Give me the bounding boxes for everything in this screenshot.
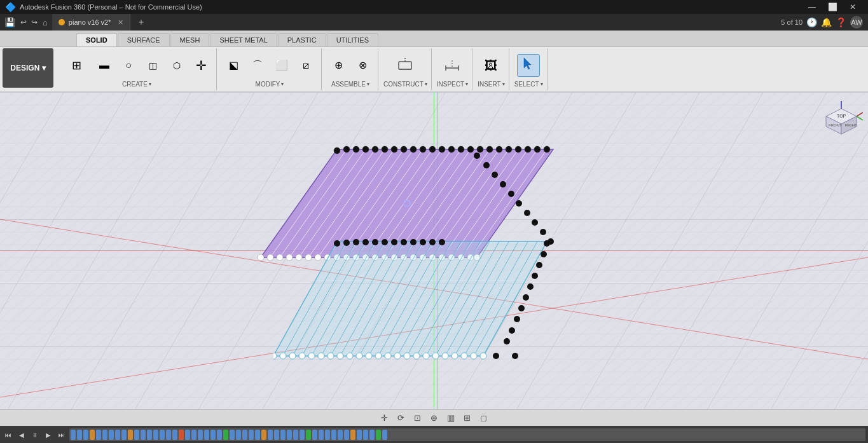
timeline-item[interactable] xyxy=(223,430,228,440)
timeline-item[interactable] xyxy=(191,430,196,440)
timeline-item[interactable] xyxy=(179,430,184,440)
modify-label[interactable]: MODIFY ▾ xyxy=(256,81,284,89)
tab-sheet-metal[interactable]: SHEET METAL xyxy=(210,33,277,46)
timeline-prev-button[interactable]: ◀ xyxy=(16,429,27,440)
timeline-item[interactable] xyxy=(319,430,324,440)
fillet-button[interactable]: ⌒ xyxy=(246,54,269,77)
timeline-item[interactable] xyxy=(102,430,107,440)
timeline-item[interactable] xyxy=(255,430,260,440)
notification-icon[interactable]: 🔔 xyxy=(821,17,832,27)
timeline-next-button[interactable]: ▶ xyxy=(43,429,54,440)
timeline-play-button[interactable]: ⏸ xyxy=(29,429,41,440)
timeline-item[interactable] xyxy=(90,430,95,440)
timeline-item[interactable] xyxy=(147,430,152,440)
zoom-fit-button[interactable]: ⊡ xyxy=(411,411,425,425)
design-dropdown-button[interactable]: DESIGN ▾ xyxy=(3,48,53,88)
offset-plane-button[interactable] xyxy=(394,54,417,77)
revolve-button[interactable]: ○ xyxy=(117,54,140,77)
timeline-item[interactable] xyxy=(331,430,336,440)
combine-button[interactable]: ⧄ xyxy=(294,54,317,77)
timeline-item[interactable] xyxy=(230,430,235,440)
timeline-item[interactable] xyxy=(268,430,273,440)
help-icon[interactable]: ❓ xyxy=(836,17,846,27)
tab-solid[interactable]: SOLID xyxy=(76,33,117,46)
create-sketch-button[interactable]: ⊞ xyxy=(61,50,92,81)
timeline-item[interactable] xyxy=(153,430,158,440)
timeline-item[interactable] xyxy=(83,430,88,440)
close-button[interactable]: ✕ xyxy=(843,0,863,14)
timeline-item[interactable] xyxy=(287,430,292,440)
viewcube[interactable]: TOP FRONT RIGHT xyxy=(820,97,863,140)
timeline-item[interactable] xyxy=(236,430,241,440)
tab-plastic[interactable]: PLASTIC xyxy=(278,33,326,46)
select-label[interactable]: SELECT ▾ xyxy=(514,81,543,89)
select-button[interactable] xyxy=(517,54,540,77)
undo-button[interactable]: ↩ xyxy=(19,18,28,27)
timeline-item[interactable] xyxy=(249,430,254,440)
timeline-item[interactable] xyxy=(306,430,311,440)
create-label[interactable]: CREATE ▾ xyxy=(122,81,151,89)
timeline-item[interactable] xyxy=(293,430,298,440)
timeline-item[interactable] xyxy=(274,430,279,440)
file-tab-controls[interactable]: ＋ xyxy=(134,17,148,28)
timeline-item[interactable] xyxy=(280,430,286,440)
measure-button[interactable] xyxy=(441,54,464,77)
timeline-item[interactable] xyxy=(185,430,190,440)
add-tab-button[interactable]: ＋ xyxy=(134,17,148,28)
inspect-label[interactable]: INSPECT ▾ xyxy=(437,81,468,89)
timeline-item[interactable] xyxy=(369,430,375,440)
timeline-item[interactable] xyxy=(128,430,133,440)
timeline-item[interactable] xyxy=(357,430,362,440)
timeline-item[interactable] xyxy=(198,430,203,440)
save-button[interactable]: 💾 xyxy=(3,17,17,27)
timeline-item[interactable] xyxy=(141,430,146,440)
timeline-item[interactable] xyxy=(109,430,114,440)
tab-mesh[interactable]: MESH xyxy=(170,33,210,46)
timeline-item[interactable] xyxy=(121,430,127,440)
timeline-item[interactable] xyxy=(71,430,76,440)
orbit-button[interactable]: ⟳ xyxy=(394,411,408,425)
timeline-item[interactable] xyxy=(376,430,381,440)
timeline-item[interactable] xyxy=(363,430,368,440)
timeline-start-button[interactable]: ⏮ xyxy=(3,429,14,440)
timeline-item[interactable] xyxy=(115,430,120,440)
move-button[interactable]: ✛ xyxy=(189,54,212,77)
timeline-item[interactable] xyxy=(242,430,247,440)
timeline-end-button[interactable]: ⏭ xyxy=(56,429,67,440)
timeline-item[interactable] xyxy=(338,430,343,440)
timeline-item[interactable] xyxy=(344,430,349,440)
display-settings-button[interactable]: ▥ xyxy=(444,411,458,425)
extrude-button[interactable]: ▬ xyxy=(93,54,116,77)
timeline-item[interactable] xyxy=(160,430,165,440)
loft-button[interactable]: ⬡ xyxy=(165,54,188,77)
file-tab[interactable]: piano v16 v2* ✕ xyxy=(52,14,130,31)
shell-button[interactable]: ⬜ xyxy=(270,54,293,77)
timeline-item[interactable] xyxy=(210,430,216,440)
maximize-button[interactable]: ⬜ xyxy=(822,0,843,14)
timeline-item[interactable] xyxy=(350,430,355,440)
timeline-item[interactable] xyxy=(77,430,82,440)
timeline-item[interactable] xyxy=(300,430,305,440)
timeline-item[interactable] xyxy=(312,430,317,440)
home-button[interactable]: ⌂ xyxy=(41,18,50,27)
insert-label[interactable]: INSERT ▾ xyxy=(478,81,505,89)
pan-button[interactable]: ✛ xyxy=(378,411,392,425)
file-close-button[interactable]: ✕ xyxy=(118,18,123,27)
insert-mesh-button[interactable]: 🖼 xyxy=(479,54,502,77)
sweep-button[interactable]: ◫ xyxy=(141,54,164,77)
user-avatar[interactable]: AW xyxy=(850,16,863,29)
construct-label[interactable]: CONSTRUCT ▾ xyxy=(383,81,427,89)
press-pull-button[interactable]: ⬕ xyxy=(222,54,245,77)
timeline-item[interactable] xyxy=(172,430,177,440)
timeline-item[interactable] xyxy=(382,430,387,440)
tab-utilities[interactable]: UTILITIES xyxy=(327,33,378,46)
timeline-item[interactable] xyxy=(325,430,330,440)
timeline-item[interactable] xyxy=(166,430,171,440)
timeline-item[interactable] xyxy=(204,430,209,440)
perspective-button[interactable]: ◻ xyxy=(477,411,491,425)
timeline-track[interactable] xyxy=(69,428,865,441)
tab-surface[interactable]: SURFACE xyxy=(118,33,170,46)
zoom-window-button[interactable]: ⊕ xyxy=(427,411,441,425)
timeline-item[interactable] xyxy=(96,430,101,440)
new-joint-button[interactable]: ⊕ xyxy=(327,54,350,77)
